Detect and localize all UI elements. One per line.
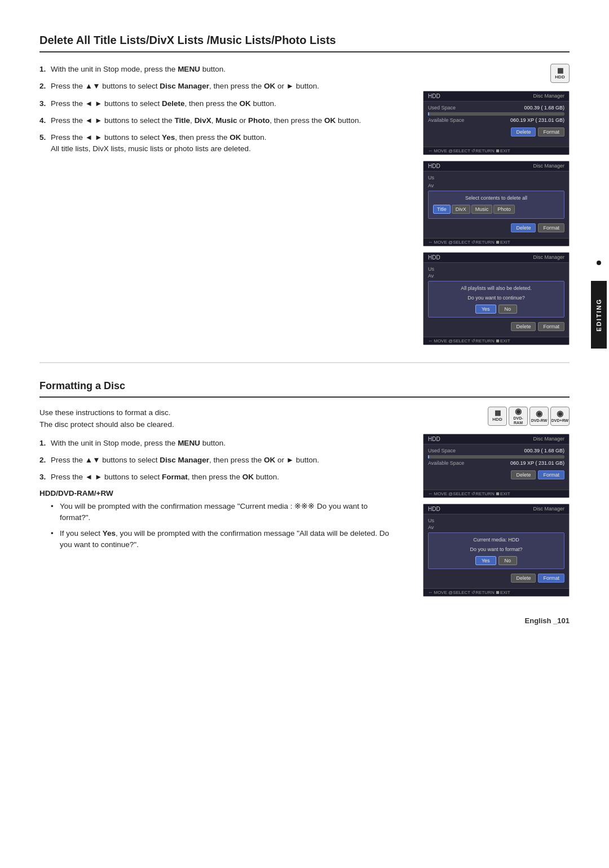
s2-step1-bold: MENU — [178, 439, 200, 447]
screen1-delete-btn: Delete — [511, 127, 536, 136]
page-footer: English _101 — [525, 616, 570, 625]
screen2-us: Us — [428, 175, 434, 180]
s2-dvd-ram-icon: ◉ DVD-RAM — [509, 407, 528, 426]
screen2-dialog: Select contents to delete all Title DivX… — [428, 191, 564, 219]
screen5-buttons: Delete Format — [428, 574, 564, 583]
screen5-format-btn: Format — [538, 574, 564, 583]
screen1-header: HDD Disc Manager — [423, 91, 569, 102]
screen1-used-row: Used Space 000.39 ( 1.68 GB) — [428, 105, 564, 111]
subsection-title: HDD/DVD-RAM/+RW — [39, 489, 395, 497]
step5-bold2: OK — [230, 133, 241, 142]
screen5-body: Us Av Current media: HDD Do you want to … — [423, 514, 569, 588]
step5-note: All title lists, DivX lists, music lists… — [51, 144, 251, 153]
s2-step2-item: 2. Press the ▲▼ buttons to select Disc M… — [39, 455, 395, 466]
step2-bold2: OK — [264, 82, 275, 90]
step1-bold: MENU — [178, 65, 200, 73]
screen1-avail-row: Available Space 060.19 XP ( 231.01 GB) — [428, 117, 564, 123]
screen2-tab-title: Title — [433, 205, 451, 214]
screen4-bar-fill — [428, 455, 429, 459]
screen1-mockup: HDD Disc Manager Used Space 000.39 ( 1.6… — [423, 91, 570, 155]
screen2-body: Us Av Select contents to delete all Titl… — [423, 171, 569, 238]
s2-hdd-icon: ▦ HDD — [488, 407, 507, 426]
step4-bold5: OK — [324, 116, 336, 125]
screen2-header-left: HDD — [428, 163, 440, 169]
screen2-delete-btn: Delete — [511, 223, 536, 232]
screen5-header-left: HDD — [428, 506, 440, 512]
screen5-dialog-btns: Yes No — [433, 556, 559, 565]
step2-bold: Disc Manager — [160, 82, 209, 90]
footer-text: English _101 — [525, 616, 570, 625]
screen5-us: Us — [428, 518, 564, 523]
screen1-body: Used Space 000.39 ( 1.68 GB) Available S… — [423, 102, 569, 147]
screen5-no-btn: No — [498, 556, 518, 565]
step2-num: 2. — [39, 81, 46, 92]
screen2-dialog-title: Select contents to delete all — [433, 195, 559, 202]
screen1-bar-fill — [428, 112, 429, 116]
screen4-used-label: Used Space — [428, 448, 456, 453]
screen4-avail-row: Available Space 060.19 XP ( 231.01 GB) — [428, 460, 564, 466]
screen2-format-btn: Format — [538, 223, 564, 232]
section1-instructions: 1. With the unit in Stop mode, press the… — [39, 64, 395, 345]
screen4-format-btn: Format — [538, 470, 564, 479]
screen2-header: HDD Disc Manager — [423, 161, 569, 171]
step4-num: 4. — [39, 115, 46, 126]
s2-step1-item: 1. With the unit in Stop mode, press the… — [39, 438, 395, 449]
editing-bar-label: EDITING — [591, 281, 607, 349]
screen4-used-value: 000.39 ( 1.68 GB) — [524, 448, 564, 453]
screen1-nav: ↔ MOVE @SELECT ↺RETURN ⏹EXIT — [423, 147, 569, 155]
screen3-nav: ↔ MOVE @SELECT ↺RETURN ⏹EXIT — [423, 337, 569, 345]
screen3-yes-btn: Yes — [475, 305, 496, 314]
screen3-dialog-btns: Yes No — [433, 305, 559, 314]
section1: Delete All Title Lists/DivX Lists /Music… — [39, 34, 570, 345]
section1-screenshots: ▦ HDD HDD Disc Manager Used Space 000.39… — [412, 64, 570, 345]
screen3-header-right: Disc Manager — [533, 254, 564, 261]
section1-title: Delete All Title Lists/DivX Lists /Music… — [39, 34, 570, 52]
screen2-tab-divx: DivX — [452, 205, 470, 214]
editing-text: EDITING — [595, 298, 602, 332]
step2-item: 2. Press the ▲▼ buttons to select Disc M… — [39, 81, 395, 92]
step5-bold1: Yes — [162, 133, 175, 142]
screen3-header-left: HDD — [428, 254, 440, 261]
screen2-header-right: Disc Manager — [533, 163, 564, 169]
screen4-bar — [428, 455, 564, 459]
editing-dot — [597, 261, 601, 265]
screen2-top-rows: Us — [428, 175, 564, 180]
section2-instructions: Use these instructions to format a disc.… — [39, 407, 395, 597]
screen5-nav: ↔ MOVE @SELECT ↺RETURN ⏹EXIT — [423, 588, 569, 596]
s2-step2-num: 2. — [39, 455, 46, 466]
s2-dvdrw-symbol: ◉ — [536, 409, 542, 418]
s2-step3-num: 3. — [39, 472, 46, 483]
hdd-disc-icon: ▦ HDD — [550, 64, 570, 83]
step4-bold3: Music — [215, 116, 237, 125]
screen4-avail-value: 060.19 XP ( 231.01 GB) — [510, 460, 564, 466]
s2-dvd-rw-icon: ◉ DVD-RW — [529, 407, 549, 426]
section2-disc-icons: ▦ HDD ◉ DVD-RAM ◉ DVD-RW ◉ DVD+RW — [488, 407, 570, 426]
screen5-header-right: Disc Manager — [533, 506, 564, 512]
section2-content-row: Use these instructions to format a disc.… — [39, 407, 570, 597]
s2-step3-item: 3. Press the ◄ ► buttons to select Forma… — [39, 472, 395, 483]
hdd-symbol: ▦ — [557, 67, 563, 74]
s2-dvdram-symbol: ◉ — [515, 407, 522, 416]
screen2-buttons: Delete Format — [428, 223, 564, 232]
hdd-label: HDD — [555, 75, 564, 80]
s2-step3-bold2: OK — [242, 473, 254, 481]
step4-bold4: Photo — [248, 116, 270, 125]
s2-step2-bold2: OK — [264, 456, 275, 464]
section2-screenshots: ▦ HDD ◉ DVD-RAM ◉ DVD-RW ◉ DVD+RW — [412, 407, 570, 597]
step5-item: 5. Press the ◄ ► buttons to select Yes, … — [39, 132, 395, 155]
editing-sidebar: EDITING — [589, 113, 609, 496]
screen2-mockup: HDD Disc Manager Us Av Select contents t… — [423, 161, 570, 246]
section2: Formatting a Disc Use these instructions… — [39, 380, 570, 597]
screen1-used-value: 000.39 ( 1.68 GB) — [524, 105, 564, 111]
screen1-buttons: Delete Format — [428, 127, 564, 136]
screen3-body: Us Av All playlists will also be deleted… — [423, 263, 569, 337]
screen2-tab-photo: Photo — [493, 205, 515, 214]
section2-title: Formatting a Disc — [39, 380, 570, 398]
screen1-avail-label: Available Space — [428, 117, 464, 123]
screen3-header: HDD Disc Manager — [423, 253, 569, 263]
screen4-buttons: Delete Format — [428, 470, 564, 479]
screen3-buttons: Delete Format — [428, 322, 564, 331]
screen2-tabs-row: Title DivX Music Photo — [433, 205, 559, 214]
section2-intro1-text: Use these instructions to format a disc. — [39, 408, 171, 417]
screen3-us: Us — [428, 266, 564, 272]
